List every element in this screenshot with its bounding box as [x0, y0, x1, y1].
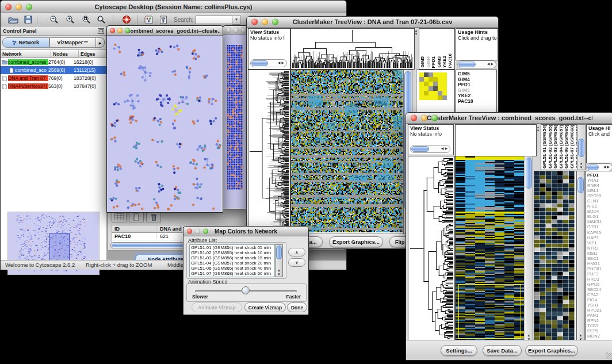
desktop-title-bar[interactable]: Cytoscape Desktop (Session Name: collins… — [1, 1, 346, 13]
resize-grip[interactable] — [606, 352, 612, 359]
attribute-list-scrollbar[interactable]: ▲▼ — [275, 244, 283, 277]
heatmap-panel — [290, 70, 404, 234]
background-network-window[interactable] — [223, 25, 250, 209]
correlation-matrix[interactable] — [419, 72, 447, 100]
help-lifering-icon[interactable] — [121, 14, 132, 25]
zoom-heatmap-canvas[interactable] — [534, 171, 575, 340]
minimize-button[interactable] — [195, 229, 200, 234]
export-graphics-button[interactable]: Export Graphics... — [525, 345, 578, 356]
export-graphics-button[interactable]: Export Graphics... — [329, 236, 383, 247]
move-down-button[interactable]: ∨ — [288, 258, 305, 267]
close-button[interactable] — [110, 28, 115, 33]
filter-icon[interactable] — [158, 14, 169, 25]
float-panel-icon[interactable] — [98, 28, 104, 34]
column-label: GIM4 — [426, 56, 431, 68]
attribute-list-item[interactable]: GPL51-03 (GSM856) heat shock 15 min — [190, 255, 274, 260]
search-input[interactable] — [196, 16, 232, 24]
zoom-fit-icon[interactable] — [95, 14, 107, 25]
treeview2-title-bar[interactable]: ClusterMaker TreeView : combined_scores_… — [406, 113, 612, 124]
minimize-button[interactable] — [262, 19, 268, 25]
matrix-cell — [419, 82, 424, 86]
usage-hints-scrollbar[interactable]: ◀▶ — [457, 60, 496, 68]
zoom-button[interactable] — [203, 229, 208, 234]
tab-overflow-button[interactable]: ▶ — [96, 37, 105, 48]
background-network-canvas[interactable] — [223, 35, 248, 208]
close-button[interactable] — [187, 229, 192, 234]
zoom-selected-icon[interactable] — [81, 14, 92, 25]
bg-window-title-bar[interactable] — [223, 26, 249, 35]
network-row[interactable]: DNA and Tran 07 769(0) 183728(0) — [1, 74, 106, 82]
done-button[interactable]: Done — [287, 302, 307, 312]
zoom-button[interactable] — [125, 28, 130, 33]
close-button[interactable] — [251, 19, 258, 25]
column-dendrogram-canvas[interactable] — [291, 29, 413, 68]
minimize-button[interactable] — [117, 28, 123, 33]
close-button[interactable] — [411, 115, 417, 121]
usage-hints-scrollbar[interactable]: ◀▶ — [586, 163, 612, 171]
network-row[interactable]: combined_scores 2764(0) 16218(0) — [1, 58, 106, 66]
save-data-button[interactable]: Save Data... — [483, 345, 522, 356]
attribute-list-item[interactable]: GPL51-01 (GSM854) heat shock 05 min — [190, 245, 274, 250]
gene-label-tv2: CLN1 — [587, 198, 612, 204]
column-labels-scrollbar[interactable]: ▲▼ — [577, 124, 586, 170]
treeview2-body: View Status No status info ◀▶ ▲▼ GPL51-0… — [406, 124, 612, 340]
row-dendrogram-canvas[interactable] — [248, 70, 289, 232]
create-vizmap-button[interactable]: Create Vizmap — [244, 302, 286, 312]
attribute-list-item[interactable]: GPL51-02 (GSM855) heat shock 10 min — [190, 250, 274, 255]
minimize-button[interactable] — [16, 3, 22, 10]
column-labels-panel: GIM5GIM4PFD1GIM3YKE2PAC10 — [419, 28, 455, 70]
network-row-selected[interactable]: combined_sco 2569(6) 13112(15) — [1, 66, 106, 74]
minimize-button[interactable] — [421, 115, 427, 121]
attribute-list-item[interactable]: GPL51-07 (GSM868) heat shock 60 min — [190, 271, 274, 276]
network-window-title: combined_scores_good.txt--cluste... — [127, 28, 220, 34]
animation-speed-group: Slower Faster — [186, 283, 307, 302]
network-tab-icon — [12, 40, 17, 45]
minimize-button[interactable] — [234, 28, 239, 33]
attribute-list[interactable]: GPL51-01 (GSM854) heat shock 05 min GPL5… — [189, 244, 275, 277]
column-label: GPL51-01 (GSM854) — [542, 125, 548, 168]
col-nodes[interactable]: Nodes — [51, 50, 79, 58]
view-status-scrollbar[interactable]: ◀▶ — [410, 145, 450, 153]
tab-vizmapper[interactable]: VizMapper™ — [49, 37, 97, 48]
settings-button[interactable]: Settings... — [441, 345, 477, 356]
speed-slider-thumb[interactable] — [242, 286, 250, 294]
search-dropdown-arrow-icon[interactable]: ▼ — [232, 15, 240, 25]
pane-splitter-arrows[interactable]: ▲▼ — [536, 125, 540, 132]
treeview1-title-bar[interactable]: ClusterMaker TreeView : DNA and Tran 07-… — [247, 17, 498, 28]
network-manager-icon[interactable] — [143, 14, 154, 25]
zoom-in-icon[interactable] — [64, 14, 76, 25]
heatmap-canvas[interactable] — [456, 156, 524, 340]
pane-splitter-arrows[interactable]: ▲▼ — [414, 29, 418, 36]
save-session-icon[interactable] — [22, 14, 34, 25]
close-button[interactable] — [226, 28, 231, 33]
move-up-button[interactable]: ∧ — [288, 248, 305, 256]
heatmap-vscrollbar[interactable]: ▲▼ — [525, 156, 533, 342]
attribute-list-item[interactable]: GPL51-04 (GSM857) heat shock 20 min — [190, 260, 274, 266]
col-edges[interactable]: Edges — [79, 50, 106, 58]
col-network[interactable]: Network — [1, 50, 51, 58]
zoom-button[interactable] — [431, 115, 438, 121]
gene-label-tv2: RPO21 — [587, 308, 612, 313]
row-dendrogram-canvas[interactable] — [408, 156, 453, 340]
close-button[interactable] — [5, 3, 12, 10]
view-status-scrollbar[interactable]: ◀▶ — [250, 59, 287, 67]
heatmap-canvas[interactable] — [291, 70, 403, 232]
network-name: combined_scores — [8, 59, 48, 65]
network-window-title-bar[interactable]: combined_scores_good.txt--cluste... — [107, 26, 223, 36]
network-row[interactable]: RNAPuberNov2+| 563(0) 107847(0) — [1, 82, 106, 90]
animate-vizmap-button[interactable]: Animate Vizmap — [192, 302, 242, 312]
matrix-cell — [438, 82, 442, 86]
dialog-title-bar[interactable]: Map Colors to Network — [183, 227, 308, 236]
matrix-cell — [424, 86, 429, 91]
zoom-out-icon[interactable] — [48, 14, 60, 25]
network-canvas[interactable] — [107, 36, 221, 212]
zoom-button[interactable] — [241, 28, 246, 33]
zoom-button[interactable] — [26, 3, 32, 10]
attribute-list-item[interactable]: GPL51-06 (GSM865) heat shock 40 min — [190, 266, 274, 271]
tab-network[interactable]: Network — [2, 37, 49, 48]
zoom-button[interactable] — [272, 19, 278, 25]
open-session-icon[interactable] — [7, 14, 19, 25]
gene-list-scrollbar[interactable]: ▲▼ — [576, 171, 585, 342]
treeview2-title: ClusterMaker TreeView : combined_scores_… — [427, 114, 592, 121]
gene-label-tv2: PAN1 — [587, 313, 612, 318]
